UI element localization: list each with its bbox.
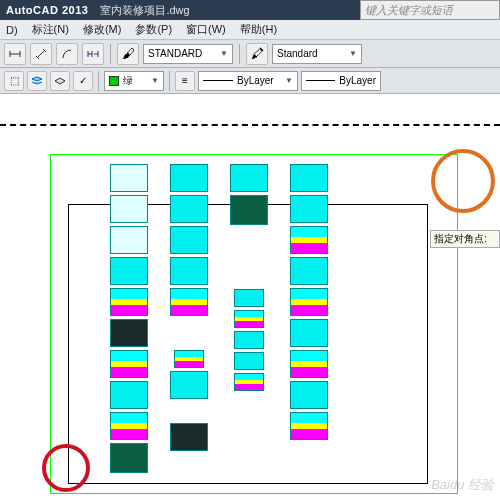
thumb [170,164,208,192]
thumb [290,288,328,316]
search-input[interactable]: 键入关键字或短语 [360,0,500,20]
tool-btn-1[interactable] [4,43,26,65]
menu-param[interactable]: 参数(P) [135,22,172,37]
annotation-circle-red [42,444,90,492]
thumb [170,371,208,399]
thumb [290,381,328,409]
thumb [110,319,148,347]
thumb [234,310,264,328]
brush-icon[interactable]: 🖌 [117,43,139,65]
toolbar-secondary: ⬚ ✓ 绿 ▼ ≡ ByLayer ▼ ByLayer [0,68,500,94]
thumb [110,288,148,316]
linetype-combo[interactable]: ByLayer ▼ [198,71,298,91]
separator [110,44,111,64]
menu-d[interactable]: D) [6,24,18,36]
thumb [110,164,148,192]
thumb [110,443,148,473]
thumb [234,373,264,391]
thumb [230,195,268,225]
layer-name: 绿 [123,74,133,88]
style-label: STANDARD [148,48,202,59]
drawing-canvas[interactable]: 指定对角点: Baidu 经验 [0,94,500,500]
menu-help[interactable]: 帮助(H) [240,22,277,37]
thumb [234,331,264,349]
menu-annotate[interactable]: 标注(N) [32,22,69,37]
dim-style-combo[interactable]: Standard ▼ [272,44,362,64]
lineweight-combo[interactable]: ByLayer [301,71,381,91]
dim-linear-icon [9,48,21,60]
separator [239,44,240,64]
dim-arc-icon [61,48,73,60]
thumb [290,226,328,254]
separator [98,71,99,91]
thumb [174,350,204,368]
viewport-border-top [0,124,500,126]
layer-combo[interactable]: 绿 ▼ [104,71,164,91]
line-sample [203,80,233,81]
layer-btn-1[interactable]: ⬚ [4,71,24,91]
menu-bar: D) 标注(N) 修改(M) 参数(P) 窗口(W) 帮助(H) [0,20,500,40]
thumb [110,350,148,378]
layers-icon [31,76,43,86]
text-style-combo[interactable]: STANDARD ▼ [143,44,233,64]
thumb [290,164,328,192]
thumb [234,352,264,370]
linetype-btn[interactable]: ≡ [175,71,195,91]
thumb [290,319,328,347]
thumb [170,195,208,223]
search-placeholder: 键入关键字或短语 [365,3,453,18]
line-sample [306,80,335,81]
layer-btn-3[interactable] [50,71,70,91]
chevron-down-icon: ▼ [349,49,357,58]
separator [169,71,170,91]
annotation-circle-orange [431,149,495,213]
layer-color-swatch [109,76,119,86]
thumb [234,289,264,307]
tool-btn-3[interactable] [56,43,78,65]
thumb [110,412,148,440]
thumb [290,195,328,223]
tool-btn-2[interactable] [30,43,52,65]
chevron-down-icon: ▼ [151,76,159,85]
thumb [170,226,208,254]
thumb [110,381,148,409]
thumb [170,288,208,316]
app-name: AutoCAD 2013 [6,4,88,16]
file-name: 室内装修项目.dwg [100,3,189,18]
thumb [110,226,148,254]
drawing-thumbnails [110,164,390,474]
dim-aligned-icon [35,48,47,60]
thumb [110,257,148,285]
toolbar-primary: 🖌 STANDARD ▼ 🖍 Standard ▼ [0,40,500,68]
command-tooltip: 指定对角点: [430,230,500,248]
layer-btn-2[interactable] [27,71,47,91]
menu-modify[interactable]: 修改(M) [83,22,122,37]
thumb [110,195,148,223]
tool-btn-4[interactable] [82,43,104,65]
dim-style-icon[interactable]: 🖍 [246,43,268,65]
layer-btn-4[interactable]: ✓ [73,71,93,91]
thumb [170,257,208,285]
thumb [290,350,328,378]
dim-continue-icon [87,48,99,60]
thumb [230,164,268,192]
tooltip-text: 指定对角点: [434,232,487,246]
thumb [170,423,208,451]
chevron-down-icon: ▼ [285,76,293,85]
lineweight-label: ByLayer [339,75,376,86]
chevron-down-icon: ▼ [220,49,228,58]
layer-prev-icon [54,76,66,86]
watermark: Baidu 经验 [431,476,494,494]
thumb [290,412,328,440]
style-label: Standard [277,48,318,59]
menu-window[interactable]: 窗口(W) [186,22,226,37]
thumb [290,257,328,285]
linetype-label: ByLayer [237,75,274,86]
